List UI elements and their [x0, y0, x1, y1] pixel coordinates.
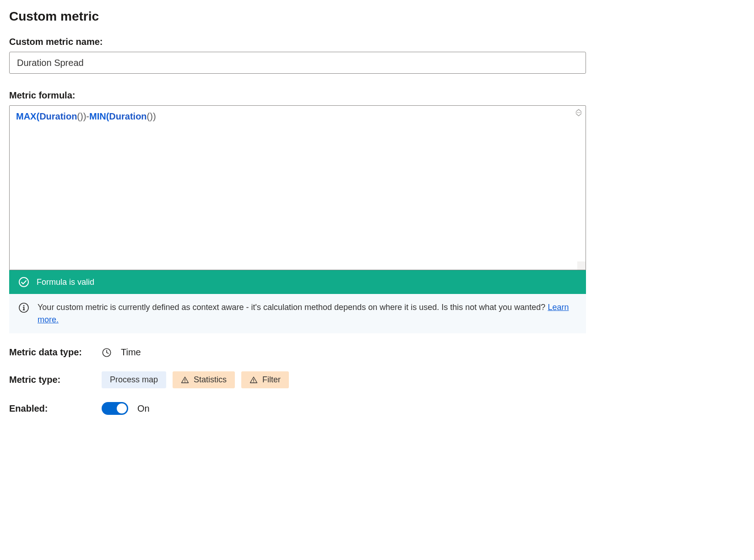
svg-point-7 — [184, 381, 185, 382]
chip-label: Statistics — [194, 375, 227, 385]
svg-point-1 — [19, 277, 28, 287]
svg-point-9 — [253, 381, 254, 382]
warning-icon — [250, 376, 258, 384]
metric-data-type-value: Time — [121, 347, 141, 358]
toggle-knob — [117, 403, 127, 413]
enabled-label: Enabled: — [9, 403, 92, 414]
clock-icon — [102, 348, 112, 358]
formula-token-fn: MAX — [16, 111, 36, 121]
chip-label: Filter — [262, 375, 281, 385]
page-title: Custom metric — [9, 9, 586, 24]
metric-type-label: Metric type: — [9, 375, 92, 385]
context-aware-text: Your custom metric is currently defined … — [38, 303, 545, 312]
chip-process-map[interactable]: Process map — [102, 371, 166, 388]
chip-label: Process map — [110, 375, 158, 385]
check-circle-icon — [18, 277, 29, 288]
formula-token-paren: ) — [153, 111, 156, 121]
chip-statistics[interactable]: Statistics — [173, 371, 235, 388]
formula-token-parens: () — [77, 111, 83, 121]
scroll-corner — [577, 261, 586, 270]
context-aware-info: i Your custom metric is currently define… — [9, 294, 586, 333]
warning-icon — [181, 376, 189, 384]
formula-token-id: Duration — [109, 111, 146, 121]
metric-name-input[interactable] — [9, 52, 586, 74]
formula-valid-bar: Formula is valid — [9, 270, 586, 294]
enabled-value: On — [137, 403, 150, 414]
formula-token-id: Duration — [39, 111, 77, 121]
chip-filter[interactable]: Filter — [241, 371, 289, 388]
formula-token-parens: () — [147, 111, 153, 121]
resize-handle-icon[interactable] — [575, 109, 583, 117]
enabled-toggle[interactable] — [102, 402, 128, 415]
svg-text:i: i — [23, 304, 25, 311]
formula-token-op: - — [86, 111, 89, 121]
metric-formula-label: Metric formula: — [9, 90, 586, 101]
formula-editor[interactable]: MAX(Duration())-MIN(Duration()) — [9, 105, 586, 270]
metric-data-type-label: Metric data type: — [9, 347, 92, 358]
formula-valid-text: Formula is valid — [37, 277, 94, 287]
info-icon: i — [18, 302, 29, 313]
metric-name-label: Custom metric name: — [9, 37, 586, 47]
formula-token-fn: MIN — [89, 111, 106, 121]
formula-content: MAX(Duration())-MIN(Duration()) — [16, 111, 579, 122]
